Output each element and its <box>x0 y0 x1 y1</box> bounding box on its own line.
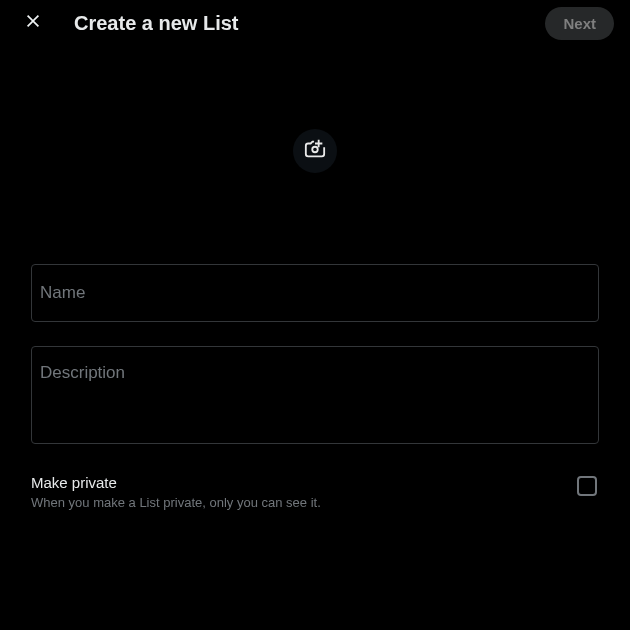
description-input[interactable]: Description <box>31 346 599 444</box>
close-button[interactable] <box>16 6 50 40</box>
cover-image-area <box>0 46 630 256</box>
camera-plus-icon <box>304 138 326 164</box>
privacy-checkbox[interactable] <box>577 476 597 496</box>
next-button[interactable]: Next <box>545 7 614 40</box>
add-photo-button[interactable] <box>293 129 337 173</box>
name-label: Name <box>40 283 85 303</box>
close-icon <box>23 11 43 35</box>
description-label: Description <box>40 363 125 383</box>
modal-title: Create a new List <box>74 12 545 35</box>
name-input[interactable]: Name <box>31 264 599 322</box>
make-private-toggle[interactable]: Make private When you make a List privat… <box>31 468 599 516</box>
form-area: Name Description Make private When you m… <box>0 256 630 516</box>
privacy-subtitle: When you make a List private, only you c… <box>31 495 577 510</box>
privacy-title: Make private <box>31 474 577 491</box>
modal-header: Create a new List Next <box>0 0 630 46</box>
